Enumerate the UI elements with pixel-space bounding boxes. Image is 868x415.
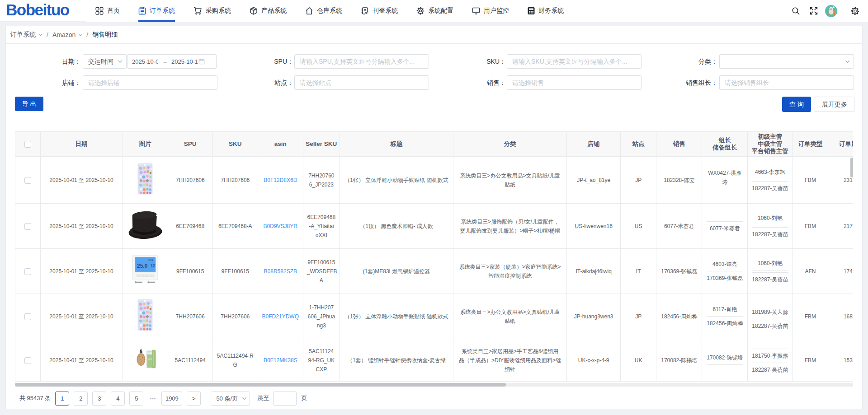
- svg-text:25.0: 25.0: [137, 263, 148, 269]
- svg-text:12: 12: [151, 263, 156, 268]
- svg-text:201: 201: [148, 258, 153, 261]
